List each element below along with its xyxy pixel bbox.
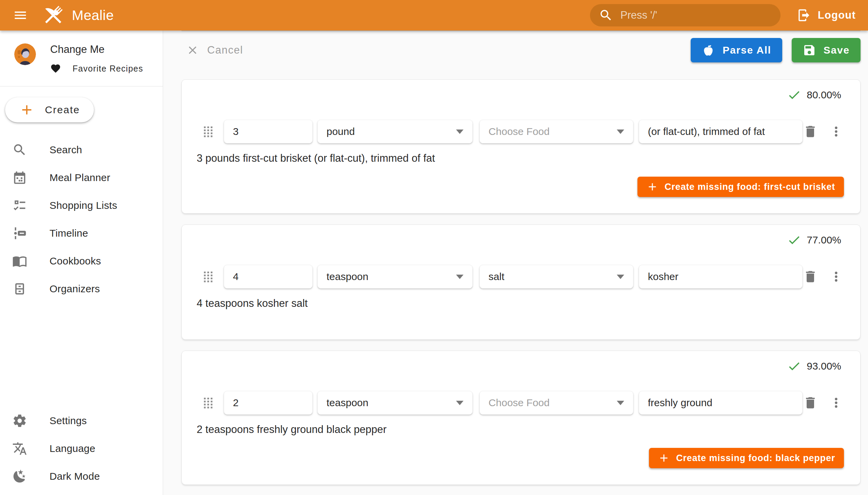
- sidebar-item-label: Language: [50, 443, 95, 454]
- sidebar-divider: [0, 86, 163, 86]
- quantity-input[interactable]: [224, 391, 312, 415]
- unit-value: teaspoon: [326, 271, 368, 283]
- food-value: Choose Food: [489, 397, 550, 409]
- sidebar-footer: Settings Language Dark Mode: [0, 407, 163, 495]
- delete-ingredient-button[interactable]: [803, 269, 818, 285]
- trash-icon: [803, 269, 818, 284]
- sidebar-item-dark-mode[interactable]: Dark Mode: [0, 462, 163, 490]
- confidence-value: 80.00%: [806, 89, 841, 101]
- kebab-icon: [829, 269, 844, 284]
- confidence-value: 93.00%: [806, 360, 841, 372]
- favorite-recipes-link[interactable]: Favorite Recipes: [50, 63, 143, 74]
- cancel-label: Cancel: [207, 44, 243, 56]
- note-input[interactable]: [639, 391, 803, 415]
- dark-mode-icon: [12, 469, 27, 484]
- delete-ingredient-button[interactable]: [803, 395, 818, 411]
- unit-select[interactable]: teaspoon: [317, 265, 473, 289]
- create-missing-food-button[interactable]: Create missing food: black pepper: [649, 448, 844, 468]
- note-input[interactable]: [639, 120, 803, 143]
- ingredient-card-2: 77.00% teaspoon salt 4 teaspoons kos: [182, 224, 861, 340]
- logout-button[interactable]: Logout: [795, 5, 858, 26]
- sidebar-item-organizers[interactable]: Organizers: [0, 275, 163, 303]
- global-search[interactable]: [590, 4, 781, 27]
- logout-icon: [797, 8, 811, 22]
- silverware-icon: [41, 3, 65, 27]
- food-select[interactable]: Choose Food: [479, 120, 633, 143]
- drag-icon: [201, 268, 215, 285]
- chevron-down-icon: [617, 275, 624, 279]
- food-value: Choose Food: [489, 126, 550, 137]
- drag-handle[interactable]: [201, 123, 216, 140]
- chevron-down-icon: [456, 401, 463, 405]
- note-input[interactable]: [639, 265, 803, 289]
- parse-all-button[interactable]: Parse All: [691, 38, 782, 62]
- sidebar-item-cookbooks[interactable]: Cookbooks: [0, 247, 163, 275]
- food-select[interactable]: Choose Food: [479, 391, 633, 415]
- ingredient-cards: 80.00% pound Choose Food 3 pounds fi: [182, 62, 861, 485]
- original-ingredient-text: 4 teaspoons kosher salt: [197, 297, 860, 309]
- drag-handle[interactable]: [201, 268, 216, 286]
- sidebar-item-shopping-lists[interactable]: Shopping Lists: [0, 191, 163, 219]
- confidence-indicator: 80.00%: [182, 80, 860, 102]
- menu-button[interactable]: [12, 6, 29, 24]
- ingredient-menu-button[interactable]: [828, 124, 844, 139]
- original-ingredient-text: 2 teaspoons freshly ground black pepper: [197, 424, 860, 436]
- sidebar-item-language[interactable]: Language: [0, 434, 163, 462]
- sidebar-item-label: Shopping Lists: [50, 200, 117, 211]
- confidence-indicator: 93.00%: [182, 351, 860, 373]
- menu-icon: [13, 8, 28, 23]
- create-button[interactable]: Create: [5, 97, 94, 122]
- ingredient-menu-button[interactable]: [828, 395, 844, 411]
- ingredient-card-3: 93.00% teaspoon Choose Food 2 teaspo: [182, 351, 861, 485]
- sidebar-item-label: Dark Mode: [50, 471, 100, 482]
- sidebar-item-label: Settings: [50, 415, 87, 427]
- parse-all-label: Parse All: [722, 45, 771, 56]
- shopping-lists-icon: [12, 198, 27, 213]
- unit-value: teaspoon: [326, 397, 368, 409]
- user-profile-link[interactable]: Change Me Favorite Recipes: [0, 31, 163, 74]
- avatar[interactable]: [14, 44, 36, 65]
- sidebar-item-search[interactable]: Search: [0, 136, 163, 164]
- save-label: Save: [823, 45, 850, 56]
- chevron-down-icon: [136, 282, 149, 296]
- unit-select[interactable]: pound: [317, 120, 473, 143]
- check-icon: [787, 359, 801, 373]
- favorite-recipes-label: Favorite Recipes: [72, 64, 143, 73]
- search-icon: [12, 142, 27, 157]
- confidence-indicator: 77.00%: [182, 225, 860, 247]
- ingredient-menu-button[interactable]: [828, 269, 844, 285]
- ingredient-card-1: 80.00% pound Choose Food 3 pounds fi: [182, 79, 861, 214]
- sidebar-item-meal-planner[interactable]: Meal Planner: [0, 164, 163, 191]
- sidebar: Change Me Favorite Recipes Create Search…: [0, 31, 163, 495]
- quantity-input[interactable]: [224, 120, 312, 143]
- create-missing-food-label: Create missing food: first-cut brisket: [665, 182, 835, 192]
- scrolled-card-edge: [182, 31, 861, 31]
- settings-icon: [12, 413, 27, 428]
- save-button[interactable]: Save: [792, 38, 861, 62]
- chevron-down-icon: [617, 401, 624, 405]
- original-ingredient-text: 3 pounds first-cut brisket (or flat-cut)…: [197, 152, 860, 165]
- unit-select[interactable]: teaspoon: [317, 391, 473, 415]
- close-icon: [186, 44, 199, 57]
- top-navbar: Mealie Logout: [0, 0, 868, 31]
- cancel-button[interactable]: Cancel: [182, 40, 248, 60]
- kebab-icon: [829, 395, 844, 410]
- drag-icon: [201, 394, 215, 411]
- delete-ingredient-button[interactable]: [803, 124, 818, 139]
- logout-label: Logout: [818, 9, 856, 21]
- save-icon: [803, 44, 816, 57]
- chevron-down-icon: [456, 130, 463, 134]
- sidebar-item-settings[interactable]: Settings: [0, 407, 163, 434]
- food-select[interactable]: salt: [479, 265, 633, 289]
- organizers-icon: [12, 281, 27, 296]
- quantity-input[interactable]: [224, 265, 312, 289]
- check-icon: [787, 88, 801, 102]
- drag-handle[interactable]: [201, 394, 216, 412]
- plus-icon: [658, 452, 670, 464]
- search-input[interactable]: [620, 9, 772, 21]
- kebab-icon: [829, 124, 844, 139]
- sidebar-item-label: Cookbooks: [50, 255, 101, 267]
- create-missing-food-button[interactable]: Create missing food: first-cut brisket: [637, 177, 844, 197]
- sidebar-item-timeline[interactable]: Timeline: [0, 219, 163, 247]
- sidebar-item-label: Search: [50, 144, 82, 156]
